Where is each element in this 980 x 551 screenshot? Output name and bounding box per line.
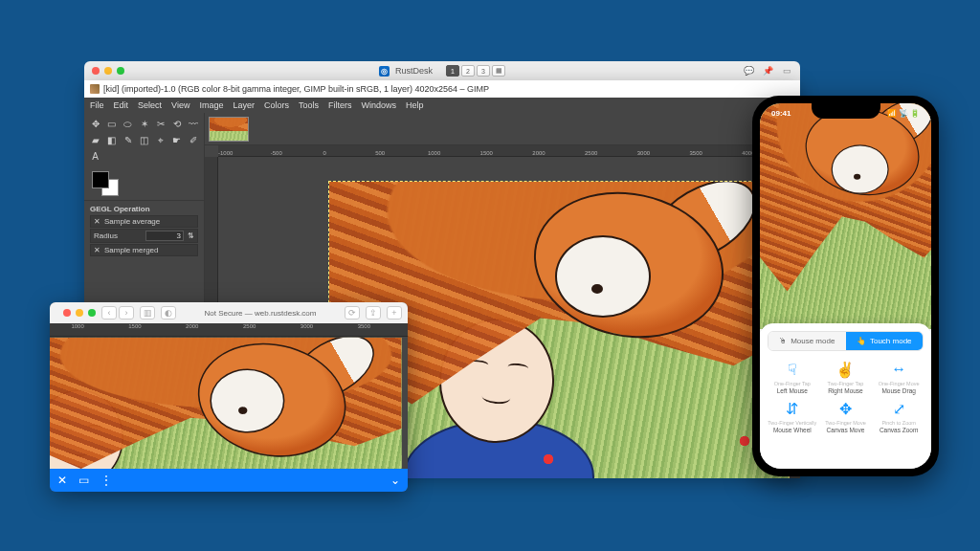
forward-button[interactable]: › bbox=[119, 306, 134, 320]
address-bar[interactable]: Not Secure — web.rustdesk.com bbox=[182, 309, 339, 318]
display-tab-grid[interactable]: ▦ bbox=[492, 65, 505, 77]
gesture-drag: ↔ One-Finger Move Mouse Drag bbox=[874, 359, 924, 394]
pinch-icon: ⤢ bbox=[888, 398, 909, 419]
gesture-wheel: ⇵ Two-Finger Vertically Mouse Wheel bbox=[768, 398, 817, 433]
artwork-image bbox=[50, 338, 402, 469]
mode-toggle: 🖱 Mouse mode 👆 Touch mode bbox=[768, 331, 924, 351]
dock-header: GEGL Operation bbox=[90, 205, 198, 213]
close-icon[interactable] bbox=[92, 67, 100, 75]
chat-icon[interactable]: 💬 bbox=[743, 65, 754, 77]
monitor-icon[interactable]: ▭ bbox=[781, 65, 792, 77]
minimize-icon[interactable] bbox=[104, 67, 112, 75]
gimp-titlebar: [kid] (imported)-1.0 (RGB color 8-bit ga… bbox=[84, 80, 800, 98]
pencil-tool-icon[interactable]: ✎ bbox=[121, 133, 135, 147]
close-session-icon[interactable]: ✕ bbox=[57, 474, 67, 487]
warp-tool-icon[interactable]: 〰 bbox=[186, 117, 200, 131]
gesture-zoom: ⤢ Pinch to Zoom Canvas Zoom bbox=[874, 398, 924, 433]
menu-file[interactable]: File bbox=[90, 100, 104, 110]
remote-view[interactable] bbox=[760, 103, 931, 329]
path-tool-icon[interactable]: ✐ bbox=[186, 133, 200, 147]
eraser-tool-icon[interactable]: ◫ bbox=[137, 133, 151, 147]
web-canvas[interactable] bbox=[50, 337, 408, 469]
browser-chrome: ‹ › ▥ ◐ Not Secure — web.rustdesk.com ⟳ … bbox=[50, 302, 408, 323]
gesture-left-mouse: ☟ One-Finger Tap Left Mouse bbox=[768, 359, 817, 394]
sidebar-button[interactable]: ▥ bbox=[140, 306, 155, 320]
spinner-icon[interactable]: ⇅ bbox=[188, 231, 194, 240]
touch-mode-button[interactable]: 👆 Touch mode bbox=[846, 332, 924, 350]
display-tab-1[interactable]: 1 bbox=[446, 65, 459, 77]
gesture-help-sheet: 🖱 Mouse mode 👆 Touch mode ☟ One-Finger T… bbox=[760, 323, 931, 469]
more-icon[interactable]: ⋮ bbox=[100, 474, 112, 487]
web-client-toolbar: ✕ ▭ ⋮ ⌄ bbox=[50, 469, 408, 492]
reload-button[interactable]: ⟳ bbox=[345, 306, 360, 320]
move-tool-icon[interactable]: ✥ bbox=[88, 117, 102, 131]
horizontal-ruler: -1000 -500 0 500 1000 1500 2000 2500 300… bbox=[218, 145, 800, 157]
shield-icon[interactable]: ◐ bbox=[161, 306, 176, 320]
menu-select[interactable]: Select bbox=[138, 100, 162, 110]
display-tabs: 1 2 3 ▦ bbox=[446, 65, 505, 77]
tool-options-dock: GEGL Operation ✕Sample average Radius ⇅ … bbox=[84, 200, 204, 261]
gradient-tool-icon[interactable]: ◧ bbox=[104, 133, 119, 147]
back-button[interactable]: ‹ bbox=[101, 306, 117, 320]
close-icon[interactable] bbox=[63, 309, 71, 317]
two-tap-icon: ✌ bbox=[835, 359, 856, 380]
web-ruler: 1000 1500 2000 2500 3000 3500 bbox=[50, 323, 408, 337]
minimize-icon[interactable] bbox=[76, 309, 83, 317]
transform-tool-icon[interactable]: ⟲ bbox=[169, 117, 184, 131]
rustdesk-titlebar: ◎ RustDesk 1 2 3 ▦ 💬 📌 ▭ bbox=[84, 61, 800, 80]
touch-icon: 👆 bbox=[857, 337, 866, 345]
smudge-tool-icon[interactable]: ☛ bbox=[169, 133, 184, 147]
drag-icon: ↔ bbox=[888, 359, 909, 380]
menu-help[interactable]: Help bbox=[406, 100, 424, 110]
option-radius[interactable]: Radius ⇅ bbox=[90, 229, 198, 243]
menu-filters[interactable]: Filters bbox=[328, 100, 352, 110]
gesture-canvas-move: ✥ Two-Finger Move Canvas Move bbox=[821, 398, 871, 433]
maximize-icon[interactable] bbox=[117, 67, 124, 75]
gimp-menubar: File Edit Select View Image Layer Colors… bbox=[84, 98, 800, 113]
bucket-tool-icon[interactable]: ▰ bbox=[88, 133, 102, 147]
image-thumb[interactable] bbox=[209, 117, 249, 142]
chevron-down-icon[interactable]: ⌄ bbox=[390, 474, 400, 487]
menu-view[interactable]: View bbox=[171, 100, 189, 110]
crop-tool-icon[interactable]: ✂ bbox=[153, 117, 167, 131]
menu-tools[interactable]: Tools bbox=[299, 100, 319, 110]
radius-input[interactable] bbox=[145, 231, 184, 241]
menu-edit[interactable]: Edit bbox=[114, 100, 129, 110]
status-icons: 📶 📡 🔋 bbox=[887, 109, 920, 118]
share-button[interactable]: ⇪ bbox=[366, 306, 381, 320]
text-tool-icon[interactable]: A bbox=[88, 149, 102, 164]
monitor-icon[interactable]: ▭ bbox=[78, 474, 89, 487]
menu-colors[interactable]: Colors bbox=[264, 100, 289, 110]
status-time: 09:41 bbox=[771, 109, 791, 118]
phone-screen: 09:41 📶 📡 🔋 🖱 Mouse mode 👆 Touch mod bbox=[760, 103, 931, 469]
close-icon[interactable]: ✕ bbox=[94, 246, 100, 254]
window-controls bbox=[63, 309, 96, 317]
pan-icon: ✥ bbox=[835, 398, 856, 419]
gesture-grid: ☟ One-Finger Tap Left Mouse ✌ Two-Finger… bbox=[768, 359, 924, 433]
rect-select-tool-icon[interactable]: ▭ bbox=[104, 117, 119, 131]
option-sample-average[interactable]: ✕Sample average bbox=[90, 215, 198, 228]
rustdesk-icon: ◎ bbox=[379, 66, 390, 77]
foreground-swatch[interactable] bbox=[92, 171, 109, 188]
display-tab-3[interactable]: 3 bbox=[477, 65, 490, 77]
menu-image[interactable]: Image bbox=[199, 100, 223, 110]
display-tab-2[interactable]: 2 bbox=[461, 65, 475, 77]
image-thumb-strip bbox=[205, 113, 800, 145]
artwork-image bbox=[760, 103, 931, 329]
fuzzy-select-tool-icon[interactable]: ✶ bbox=[137, 117, 151, 131]
option-sample-merged[interactable]: ✕Sample merged bbox=[90, 244, 198, 256]
clone-tool-icon[interactable]: ⌖ bbox=[153, 133, 167, 147]
menu-windows[interactable]: Windows bbox=[361, 100, 396, 110]
mouse-mode-button[interactable]: 🖱 Mouse mode bbox=[768, 332, 846, 350]
color-swatches[interactable] bbox=[84, 165, 204, 200]
gesture-right-mouse: ✌ Two-Finger Tap Right Mouse bbox=[821, 359, 871, 394]
scroll-icon: ⇵ bbox=[782, 398, 803, 419]
tap-icon: ☟ bbox=[782, 359, 803, 380]
maximize-icon[interactable] bbox=[88, 309, 96, 317]
window-controls bbox=[92, 67, 124, 75]
new-tab-button[interactable]: + bbox=[387, 306, 402, 320]
free-select-tool-icon[interactable]: ⬭ bbox=[121, 117, 135, 131]
close-icon[interactable]: ✕ bbox=[94, 217, 100, 226]
menu-layer[interactable]: Layer bbox=[233, 100, 255, 110]
pin-icon[interactable]: 📌 bbox=[762, 65, 773, 77]
